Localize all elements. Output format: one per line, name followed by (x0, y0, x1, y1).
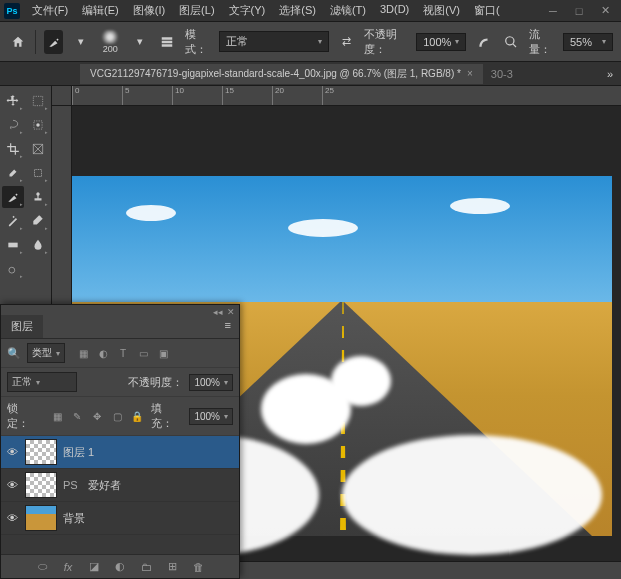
tab-layers[interactable]: 图层 (1, 315, 43, 338)
tab-overflow-button[interactable]: » (599, 68, 621, 80)
layer-blend-dropdown[interactable]: 正常 ▾ (7, 372, 77, 392)
layer-prefix: PS (63, 479, 78, 491)
panel-menu-icon[interactable]: ≡ (217, 315, 239, 338)
lock-pixels-icon[interactable]: ▦ (49, 408, 65, 424)
layer-row[interactable]: 👁 PS 爱好者 (1, 469, 239, 502)
layer-name[interactable]: 背景 (63, 511, 85, 526)
stamp-tool[interactable]: ▸ (27, 186, 49, 208)
flow-dropdown[interactable]: 55% ▾ (563, 33, 613, 51)
healing-tool[interactable]: ▸ (27, 162, 49, 184)
frame-tool[interactable] (27, 138, 49, 160)
document-tab[interactable]: VCG211297476719-gigapixel-standard-scale… (80, 64, 483, 84)
filter-kind-dropdown[interactable]: 类型 ▾ (27, 343, 65, 363)
layer-row[interactable]: 👁 图层 1 (1, 436, 239, 469)
marquee-tool[interactable]: ▸ (27, 90, 49, 112)
brush-size-label: 200 (103, 44, 118, 54)
filter-pixel-icon[interactable]: ▦ (75, 345, 91, 361)
delete-layer-icon[interactable]: 🗑 (190, 559, 206, 575)
menu-filter[interactable]: 滤镜(T) (324, 1, 372, 20)
ruler-tick: 5 (122, 86, 172, 105)
blur-tool[interactable]: ▸ (27, 234, 49, 256)
home-icon[interactable] (8, 30, 27, 54)
close-button[interactable]: ✕ (593, 2, 617, 20)
move-tool[interactable]: ▸ (2, 90, 24, 112)
layer-thumb[interactable] (25, 472, 57, 498)
eyedropper-tool[interactable]: ▸ (2, 162, 24, 184)
minimize-button[interactable]: ─ (541, 2, 565, 20)
group-icon[interactable]: 🗀 (138, 559, 154, 575)
ruler-horizontal[interactable]: 0 5 10 15 20 25 (72, 86, 621, 106)
fill-label: 填充： (151, 401, 183, 431)
filter-shape-icon[interactable]: ▭ (135, 345, 151, 361)
lock-brush-icon[interactable]: ✎ (69, 408, 85, 424)
menu-file[interactable]: 文件(F) (26, 1, 74, 20)
brush-preview[interactable]: 200 (98, 27, 122, 57)
opacity-label: 不透明度： (364, 27, 408, 57)
lock-row: 锁定： ▦ ✎ ✥ ▢ 🔒 填充： 100% ▾ (1, 397, 239, 436)
panel-tabs: 图层 ≡ (1, 315, 239, 339)
cloud (450, 198, 510, 214)
fx-icon[interactable]: fx (60, 559, 76, 575)
lock-position-icon[interactable]: ✥ (89, 408, 105, 424)
layer-name[interactable]: 爱好者 (88, 478, 121, 493)
eraser-tool[interactable]: ▸ (27, 210, 49, 232)
filter-type-icon[interactable]: T (115, 345, 131, 361)
gradient-tool[interactable]: ▸ (2, 234, 24, 256)
mode-label: 模式： (185, 27, 211, 57)
caret-down-icon[interactable]: ▾ (71, 30, 90, 54)
caret-down-icon[interactable]: ▾ (130, 30, 149, 54)
ruler-tick: 20 (272, 86, 322, 105)
opacity-dropdown[interactable]: 100% ▾ (416, 33, 466, 51)
visibility-toggle[interactable]: 👁 (5, 512, 19, 524)
layer-thumb[interactable] (25, 439, 57, 465)
blend-mode-dropdown[interactable]: 正常 ▾ (219, 31, 329, 52)
brush-panel-icon[interactable] (158, 30, 177, 54)
mask-icon[interactable]: ◪ (86, 559, 102, 575)
filter-adjust-icon[interactable]: ◐ (95, 345, 111, 361)
tab-close-icon[interactable]: × (467, 68, 473, 79)
filter-kind-value: 类型 (32, 346, 52, 360)
dodge-tool[interactable]: ▸ (2, 258, 24, 280)
search-icon[interactable]: 🔍 (7, 347, 21, 360)
visibility-toggle[interactable]: 👁 (5, 446, 19, 458)
layer-thumb[interactable] (25, 505, 57, 531)
link-layers-icon[interactable]: ⬭ (34, 559, 50, 575)
blend-swap-icon[interactable]: ⇄ (337, 30, 356, 54)
svg-point-2 (9, 267, 15, 273)
flow-label: 流量： (529, 27, 555, 57)
new-layer-icon[interactable]: ⊞ (164, 559, 180, 575)
blend-row: 正常 ▾ 不透明度： 100% ▾ (1, 368, 239, 397)
lock-artboard-icon[interactable]: ▢ (109, 408, 125, 424)
lock-label: 锁定： (7, 401, 39, 431)
search-icon[interactable] (501, 30, 520, 54)
lasso-tool[interactable]: ▸ (2, 114, 24, 136)
menu-select[interactable]: 选择(S) (273, 1, 322, 20)
menu-view[interactable]: 视图(V) (417, 1, 466, 20)
panel-close-icon[interactable]: ✕ (227, 307, 235, 313)
menu-window[interactable]: 窗口( (468, 1, 506, 20)
pressure-opacity-icon[interactable] (474, 30, 493, 54)
layer-name[interactable]: 图层 1 (63, 445, 94, 460)
lock-all-icon[interactable]: 🔒 (129, 408, 145, 424)
menu-layer[interactable]: 图层(L) (173, 1, 220, 20)
tool-preset-icon[interactable] (44, 30, 63, 54)
filter-smart-icon[interactable]: ▣ (155, 345, 171, 361)
maximize-button[interactable]: □ (567, 2, 591, 20)
quick-select-tool[interactable]: ▸ (27, 114, 49, 136)
adjustment-icon[interactable]: ◐ (112, 559, 128, 575)
panel-grip[interactable]: ◂◂✕ (1, 305, 239, 315)
menu-3d[interactable]: 3D(D) (374, 1, 415, 20)
crop-tool[interactable]: ▸ (2, 138, 24, 160)
brush-tool[interactable]: ▸ (2, 186, 24, 208)
menu-edit[interactable]: 编辑(E) (76, 1, 125, 20)
visibility-toggle[interactable]: 👁 (5, 479, 19, 491)
layer-row[interactable]: 👁 背景 (1, 502, 239, 535)
history-brush-tool[interactable]: ▸ (2, 210, 24, 232)
menu-type[interactable]: 文字(Y) (223, 1, 272, 20)
layer-opacity-dropdown[interactable]: 100% ▾ (189, 374, 233, 391)
brush-splash (331, 356, 391, 406)
fill-dropdown[interactable]: 100% ▾ (189, 408, 233, 425)
menu-image[interactable]: 图像(I) (127, 1, 171, 20)
panel-collapse-icon[interactable]: ◂◂ (213, 307, 223, 313)
separator (35, 30, 36, 54)
